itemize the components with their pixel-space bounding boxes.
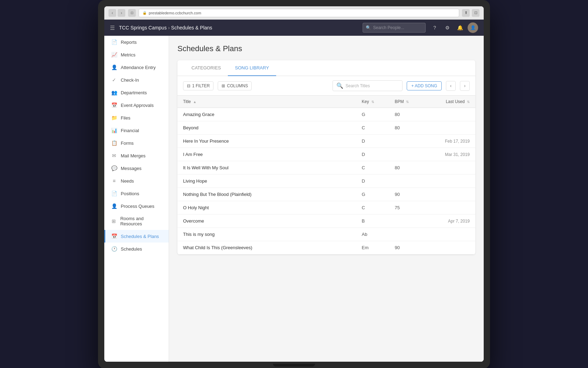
- sidebar-label-metrics: Metrics: [121, 52, 135, 57]
- col-bpm[interactable]: BPM ⇅: [389, 96, 425, 108]
- song-table: Title ▲ Key ⇅ BPM ⇅ Last Used ⇅: [177, 96, 475, 254]
- sidebar-icon-checkin: ✓: [111, 77, 117, 83]
- sidebar-label-schedules-plans: Schedules & Plans: [121, 234, 159, 239]
- cell-bpm: [389, 148, 425, 161]
- col-key[interactable]: Key ⇅: [356, 96, 389, 108]
- table-header: Title ▲ Key ⇅ BPM ⇅ Last Used ⇅: [177, 96, 475, 108]
- sidebar-item-departments[interactable]: 👥 Departments: [104, 86, 169, 99]
- sidebar-item-forms[interactable]: 📋 Forms: [104, 137, 169, 149]
- table-row[interactable]: What Child Is This (Greensleeves) Em 90: [177, 241, 475, 254]
- table-row[interactable]: Amazing Grace G 80: [177, 108, 475, 121]
- table-row[interactable]: It Is Well With My Soul C 80: [177, 161, 475, 175]
- laptop-frame: ‹ › ⊡ 🔒 prestabledemo.ccbchurch.com ⬆ ⊡ …: [98, 0, 490, 368]
- sidebar-item-reports[interactable]: 📄 Reports: [104, 36, 169, 48]
- cell-key: D: [356, 135, 389, 148]
- sidebar-item-checkin[interactable]: ✓ Check-In: [104, 74, 169, 86]
- table-row[interactable]: O Holy Night C 75: [177, 201, 475, 214]
- search-icon: 🔍: [366, 25, 371, 30]
- laptop-bottom: [104, 362, 484, 368]
- sidebar-item-needs[interactable]: ≡ Needs: [104, 175, 169, 187]
- tab-song-library[interactable]: SONG LIBRARY: [228, 60, 276, 76]
- cell-title: Amazing Grace: [177, 108, 356, 121]
- cell-title: Nothing But The Blood (Plainfield): [177, 188, 356, 201]
- cell-key: G: [356, 108, 389, 121]
- tab-categories[interactable]: CATEGORIES: [184, 60, 228, 76]
- app-title: TCC Springs Campus › Schedules & Plans: [119, 25, 212, 30]
- table-row[interactable]: This is my song Ab: [177, 228, 475, 241]
- filter-button[interactable]: ⊟ 1 FILTER: [183, 81, 214, 90]
- sidebar-item-schedules[interactable]: 🕐 Schedules: [104, 243, 169, 255]
- help-button[interactable]: ?: [430, 23, 440, 33]
- back-button[interactable]: ‹: [108, 9, 116, 17]
- sidebar-item-event-approvals[interactable]: 📅 Event Approvals: [104, 99, 169, 111]
- cell-bpm: 75: [389, 201, 425, 214]
- cell-title: This is my song: [177, 228, 356, 241]
- columns-label: COLUMNS: [227, 83, 248, 88]
- col-title[interactable]: Title ▲: [177, 96, 356, 108]
- song-search-box[interactable]: 🔍: [332, 80, 402, 91]
- sidebar-item-attendance[interactable]: 👤 Attendance Entry: [104, 61, 169, 74]
- main-card: CATEGORIESSONG LIBRARY ⊟ 1 FILTER ⊞ COLU…: [177, 60, 475, 254]
- cell-title: Living Hope: [177, 175, 356, 188]
- table-row[interactable]: Beyond C 80: [177, 121, 475, 135]
- sidebar-icon-financial: 📊: [111, 128, 117, 133]
- cell-title: What Child Is This (Greensleeves): [177, 241, 356, 254]
- header-search[interactable]: 🔍: [363, 23, 426, 33]
- share-icon[interactable]: ⬆: [462, 9, 470, 17]
- next-page-button[interactable]: ›: [460, 81, 470, 91]
- sidebar-item-mail-merges[interactable]: ✉ Mail Merges: [104, 149, 169, 162]
- song-search-input[interactable]: [345, 83, 399, 88]
- cell-last-used: [425, 201, 475, 214]
- columns-icon: ⊞: [222, 83, 225, 88]
- sidebar-icon-forms: 📋: [111, 140, 117, 146]
- laptop-notch: [273, 364, 315, 367]
- cell-key: B: [356, 214, 389, 228]
- avatar[interactable]: 👤: [468, 22, 478, 33]
- prev-icon: ‹: [450, 83, 451, 88]
- table-row[interactable]: Overcome B Apr 7, 2019: [177, 214, 475, 228]
- columns-button[interactable]: ⊞ COLUMNS: [218, 81, 252, 90]
- add-song-button[interactable]: + ADD SONG: [407, 81, 442, 90]
- bookmark-icon[interactable]: ⊡: [472, 9, 479, 17]
- sidebar-item-schedules-plans[interactable]: 📅 Schedules & Plans: [104, 230, 169, 243]
- sidebar-item-files[interactable]: 📁 Files: [104, 111, 169, 124]
- table-row[interactable]: Nothing But The Blood (Plainfield) G 90: [177, 188, 475, 201]
- sidebar-item-metrics[interactable]: 📈 Metrics: [104, 48, 169, 61]
- bpm-sort-icon: ⇅: [406, 100, 409, 104]
- cell-key: C: [356, 201, 389, 214]
- page-title: Schedules & Plans: [177, 44, 475, 53]
- url-bar[interactable]: 🔒 prestabledemo.ccbchurch.com: [139, 9, 459, 17]
- browser-chrome: ‹ › ⊡ 🔒 prestabledemo.ccbchurch.com ⬆ ⊡: [104, 6, 484, 20]
- cell-title: Here In Your Presence: [177, 135, 356, 148]
- table-row[interactable]: Living Hope D: [177, 175, 475, 188]
- table-row[interactable]: Here In Your Presence D Feb 17, 2019: [177, 135, 475, 148]
- prev-page-button[interactable]: ‹: [446, 81, 456, 91]
- sidebar-label-financial: Financial: [121, 128, 139, 133]
- menu-icon[interactable]: ☰: [110, 25, 115, 31]
- sidebar-label-messages: Messages: [121, 166, 141, 171]
- sidebar-icon-messages: 💬: [111, 165, 117, 171]
- settings-button[interactable]: ⚙: [442, 23, 452, 33]
- cell-bpm: 80: [389, 161, 425, 175]
- cell-key: D: [356, 175, 389, 188]
- sidebar-item-process-queues[interactable]: 👤 Process Queues: [104, 200, 169, 212]
- sidebar-icon-attendance: 👤: [111, 64, 117, 70]
- cell-title: It Is Well With My Soul: [177, 161, 356, 175]
- sidebar-item-rooms[interactable]: ⊞ Rooms and Resources: [104, 212, 169, 230]
- section-name: Schedules & Plans: [171, 25, 212, 30]
- cell-key: G: [356, 188, 389, 201]
- sidebar-icon-files: 📁: [111, 115, 117, 121]
- forward-button[interactable]: ›: [118, 9, 125, 17]
- sidebar-label-reports: Reports: [121, 40, 137, 45]
- key-sort-icon: ⇅: [371, 100, 374, 104]
- sidebar-item-financial[interactable]: 📊 Financial: [104, 124, 169, 137]
- url-text: prestabledemo.ccbchurch.com: [149, 11, 201, 15]
- next-icon: ›: [464, 83, 465, 88]
- table-row[interactable]: I Am Free D Mar 31, 2019: [177, 148, 475, 161]
- notifications-button[interactable]: 🔔: [455, 23, 465, 33]
- cell-last-used: [425, 175, 475, 188]
- sidebar-item-messages[interactable]: 💬 Messages: [104, 162, 169, 175]
- sidebar-item-positions[interactable]: 📄 Positions: [104, 187, 169, 200]
- search-input[interactable]: [373, 25, 422, 30]
- col-last-used[interactable]: Last Used ⇅: [425, 96, 475, 108]
